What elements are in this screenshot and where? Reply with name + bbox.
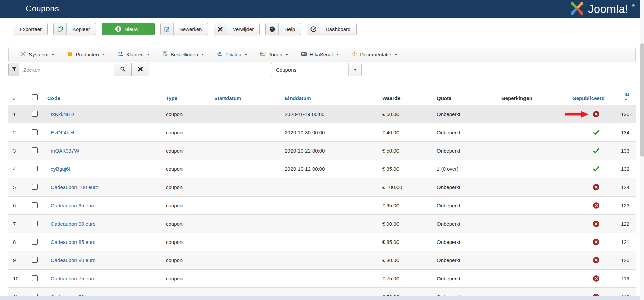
coupons-table: #CodeTypeStartdatumEinddatumWaardeQuotaB…: [8, 83, 636, 300]
unpublished-x-icon[interactable]: [593, 202, 599, 209]
coupon-code-link[interactable]: EvQF4hjH: [51, 130, 74, 135]
column-header-type[interactable]: Type: [166, 95, 214, 101]
coupon-code-link[interactable]: mOAK337W: [51, 148, 79, 154]
unpublished-x-icon[interactable]: [593, 221, 599, 227]
coupon-code-link[interactable]: Cadeaubon 100 euro: [51, 184, 99, 190]
coupon-quota: Onbeperkt: [437, 148, 501, 154]
menu-item-label: Systeem: [29, 52, 48, 57]
row-checkbox[interactable]: [32, 111, 38, 117]
column-header-code[interactable]: Code: [47, 95, 166, 101]
menu-item-bestellingen[interactable]: Bestellingen: [162, 51, 205, 58]
menu-item-hikaserial[interactable]: HikaSerial: [301, 51, 339, 58]
coupon-value: € 35.00: [382, 166, 437, 172]
help-button[interactable]: ?Help: [265, 23, 301, 35]
unpublished-x-icon[interactable]: [593, 275, 599, 282]
column-header-published[interactable]: Gepubliceerd: [572, 95, 620, 101]
menu-item-label: Bestellingen: [171, 52, 198, 57]
search-button[interactable]: [114, 63, 132, 76]
row-checkbox[interactable]: [32, 221, 38, 226]
plus-circle-icon: [113, 23, 121, 35]
coupon-code-cell: Cadeaubon 80 euro: [47, 257, 166, 263]
docs-icon: [351, 51, 357, 58]
coupon-code-link[interactable]: cyBgqj6l: [51, 166, 70, 172]
row-select-cell: [27, 275, 47, 282]
row-select-cell: [27, 257, 47, 264]
menu-item-producten[interactable]: Producten: [67, 51, 105, 58]
unpublished-x-icon[interactable]: [593, 239, 599, 245]
exporteer-button[interactable]: Exporteer: [14, 23, 48, 35]
coupon-code-link[interactable]: txKkkNHD: [51, 111, 74, 117]
view-select-dropdown[interactable]: Coupons: [271, 63, 362, 76]
bewerken-button[interactable]: Bewerken: [160, 23, 208, 35]
top-header-bar: Coupons Joomla! ®: [0, 0, 644, 18]
row-checkbox[interactable]: [32, 202, 38, 208]
joomla-logo-icon: [569, 1, 585, 18]
end-date: 2020-10-22 00:00: [285, 148, 382, 154]
published-cell: [572, 275, 620, 282]
row-number: 2: [8, 130, 27, 135]
kopieer-button[interactable]: Kopiëer: [53, 23, 96, 35]
menu-item-klanten[interactable]: Klanten: [117, 51, 150, 58]
verwijder-button[interactable]: Verwijder: [214, 23, 260, 35]
row-checkbox[interactable]: [32, 184, 38, 190]
chevron-down-icon: [102, 54, 105, 55]
coupon-type: coupon: [166, 203, 214, 208]
row-checkbox[interactable]: [32, 257, 38, 263]
coupon-code-link[interactable]: Cadeaubon 75 euro: [51, 276, 96, 281]
menu-item-documentatie[interactable]: Documentatie: [351, 51, 398, 58]
chevron-down-icon: [52, 54, 55, 55]
tools-icon: [20, 51, 26, 58]
end-date: 2020-10-12 00:00: [285, 166, 382, 172]
nieuw-button[interactable]: Nieuw: [102, 23, 155, 35]
search-group: [8, 63, 149, 76]
row-checkbox[interactable]: [32, 147, 38, 153]
column-header-start[interactable]: Startdatum: [214, 95, 285, 101]
menu-item-filialen[interactable]: Filialen: [217, 51, 248, 58]
row-checkbox[interactable]: [32, 129, 38, 135]
coupon-code-cell: Cadeaubon 90 euro: [47, 221, 166, 227]
column-header-value: Waarde: [382, 95, 437, 101]
clear-search-button[interactable]: [132, 63, 149, 76]
menu-item-tonen[interactable]: Tonen: [260, 51, 288, 58]
filter-button[interactable]: [8, 63, 19, 76]
coupon-code-link[interactable]: Cadeaubon 80 euro: [51, 257, 96, 263]
end-date: 2020-10-30 00:00: [285, 130, 382, 135]
coupon-id: 132: [620, 166, 636, 172]
unpublished-x-icon[interactable]: [593, 257, 599, 263]
kopieer-button-label: Kopiëer: [67, 23, 96, 35]
search-input[interactable]: [19, 63, 114, 76]
column-header-id[interactable]: ID: [620, 91, 636, 101]
coupon-value: € 85.00: [382, 239, 437, 245]
help-button-label: Help: [279, 23, 301, 35]
coupon-id: 123: [620, 203, 636, 208]
coupon-code-link[interactable]: Cadeaubon 90 euro: [51, 221, 96, 227]
svg-text:?: ?: [271, 27, 273, 31]
column-header-end[interactable]: Einddatum: [285, 95, 382, 101]
menu-item-systeem[interactable]: Systeem: [20, 51, 55, 58]
coupon-id: 134: [620, 130, 636, 135]
published-check-icon[interactable]: [593, 148, 599, 154]
coupon-code-link[interactable]: Cadeaubon 95 euro: [51, 203, 96, 208]
row-checkbox[interactable]: [32, 275, 38, 281]
unpublished-x-icon[interactable]: [593, 184, 599, 190]
row-checkbox[interactable]: [32, 239, 38, 245]
coupon-code-cell: cyBgqj6l: [47, 166, 166, 172]
published-check-icon[interactable]: [593, 166, 599, 172]
menu-item-label: Tonen: [269, 52, 282, 57]
row-checkbox[interactable]: [32, 166, 38, 171]
select-all-checkbox[interactable]: [32, 94, 38, 100]
published-cell: [572, 130, 620, 135]
table-body: 1txKkkNHDcoupon2020-11-19 00:00€ 50.00On…: [8, 105, 636, 300]
row-number: 6: [8, 203, 27, 208]
clear-x-icon: [138, 67, 143, 73]
unpublished-x-icon[interactable]: [593, 111, 599, 117]
dropdown-caret-button[interactable]: [348, 63, 361, 76]
dashboard-button[interactable]: Dashboard: [307, 23, 357, 35]
joomla-logo-text: Joomla!: [588, 3, 628, 16]
coupon-code-link[interactable]: Cadeaubon 85 euro: [51, 239, 96, 245]
published-check-icon[interactable]: [593, 130, 599, 135]
registered-mark: ®: [632, 4, 635, 8]
menu-item-label: Filialen: [225, 52, 241, 57]
scrollbar-thumb[interactable]: [640, 43, 644, 157]
column-header-num: #: [8, 95, 27, 101]
